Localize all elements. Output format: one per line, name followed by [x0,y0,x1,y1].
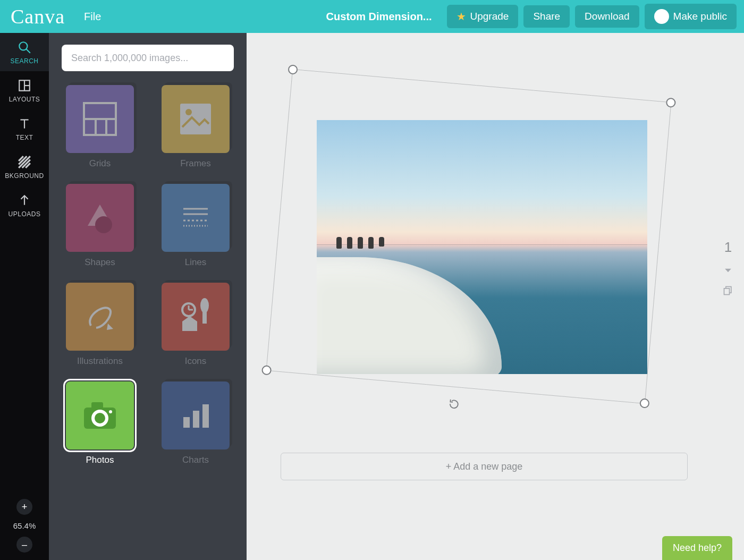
svg-rect-12 [180,104,211,134]
category-label: Lines [185,257,207,268]
asset-panel: Grids Frames Shapes Lines Illustrations … [49,33,247,560]
rotate-handle[interactable] [447,398,460,411]
add-page-label: + Add a new page [446,461,523,472]
rail-label: TEXT [16,134,33,141]
category-photos[interactable]: Photos [62,381,138,465]
rail-item-layouts[interactable]: LAYOUTS [0,71,49,109]
rail-item-uploads[interactable]: UPLOADS [0,186,49,224]
add-page-button[interactable]: + Add a new page [281,453,688,480]
svg-point-0 [19,42,27,50]
logo: Canva [11,5,65,28]
svg-rect-24 [202,312,207,324]
app-header: Canva File Custom Dimension... ★ Upgrade… [0,0,744,33]
zoom-value: 65.4% [13,521,36,530]
make-public-label: Make public [673,11,727,22]
make-public-button[interactable]: Make public [645,4,737,29]
zoom-in-button[interactable]: + [16,499,32,515]
rotate-icon [447,398,460,411]
lines-icon [177,199,214,236]
rail-item-text[interactable]: TEXT [0,109,49,148]
category-label: Icons [185,356,207,367]
upgrade-label: Upgrade [470,11,509,22]
rail-label: UPLOADS [9,210,41,218]
category-label: Grids [89,158,111,169]
svg-marker-26 [182,316,197,321]
category-shapes[interactable]: Shapes [62,184,138,268]
frames-icon [178,101,213,137]
category-label: Charts [182,455,209,465]
sidebar-rail: SEARCH LAYOUTS TEXT BKGROUND UPLOADS + 6… [0,33,49,560]
svg-point-15 [95,216,112,233]
search-input[interactable] [62,45,234,71]
resize-handle-tr[interactable] [666,97,677,108]
resize-handle-br[interactable] [639,398,650,409]
zoom-out-button[interactable]: – [16,537,32,553]
category-label: Frames [180,158,211,169]
svg-rect-37 [724,289,730,295]
background-icon [18,155,31,169]
page-number: 1 [724,239,732,256]
grids-icon [81,100,119,138]
category-label: Shapes [84,257,115,268]
rail-label: BKGROUND [5,172,44,180]
svg-rect-28 [91,402,103,410]
help-label: Need help? [673,542,722,553]
resize-handle-bl[interactable] [261,365,272,376]
svg-point-30 [95,413,105,423]
category-lines[interactable]: Lines [157,184,234,268]
icons-icon [177,298,214,335]
svg-marker-20 [107,324,113,330]
category-grids[interactable]: Grids [62,85,138,169]
resize-handle-tl[interactable] [288,64,298,75]
star-icon: ★ [456,10,466,23]
category-frames[interactable]: Frames [157,85,234,169]
svg-point-13 [185,109,192,115]
category-icons[interactable]: Icons [157,283,234,367]
svg-rect-32 [183,417,190,428]
chevron-down-icon[interactable] [723,265,733,276]
shapes-icon [81,199,119,236]
category-illustrations[interactable]: Illustrations [62,283,138,367]
svg-rect-33 [193,411,199,428]
svg-rect-34 [202,404,209,428]
category-label: Illustrations [77,356,123,367]
canvas-area[interactable]: + Add a new page 1 Need help? [247,33,744,560]
category-charts[interactable]: Charts [157,381,234,465]
charts-icon [177,397,214,434]
document-title[interactable]: Custom Dimension... [326,11,432,23]
copy-page-icon[interactable] [723,285,733,296]
upgrade-button[interactable]: ★ Upgrade [447,5,519,28]
avatar [654,9,669,24]
rail-label: LAYOUTS [9,96,40,103]
rail-label: SEARCH [10,57,38,65]
text-icon [18,117,31,131]
svg-rect-25 [182,321,197,331]
svg-point-31 [109,410,112,413]
share-button[interactable]: Share [523,5,570,28]
layouts-icon [18,79,31,92]
category-label: Photos [86,455,114,465]
camera-icon [79,397,121,434]
help-button[interactable]: Need help? [662,536,732,560]
rail-item-search[interactable]: SEARCH [0,33,49,71]
search-icon [18,40,31,54]
upload-icon [18,193,31,207]
page-indicator: 1 [723,239,733,296]
download-button[interactable]: Download [575,5,639,28]
svg-marker-35 [725,269,731,273]
svg-line-1 [26,49,30,53]
illustrations-icon [81,298,119,335]
rail-item-bkground[interactable]: BKGROUND [0,148,49,186]
file-menu[interactable]: File [84,11,101,23]
canvas-image[interactable] [317,120,647,374]
